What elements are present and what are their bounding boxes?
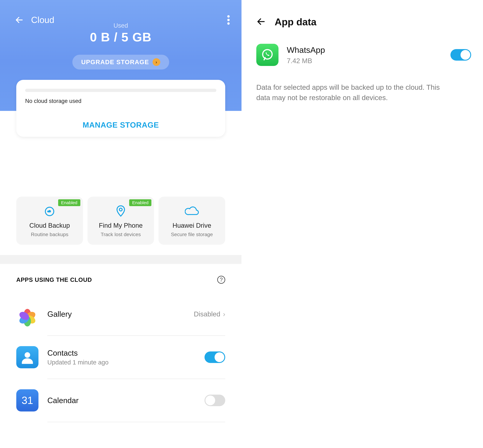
svg-point-5	[119, 208, 122, 211]
app-name: Gallery	[47, 310, 185, 319]
upgrade-label: UPGRADE STORAGE	[81, 59, 149, 66]
feature-tiles: Enabled Cloud Backup Routine backups Ena…	[0, 197, 242, 245]
chevron-right-icon: ›	[223, 310, 225, 318]
storage-card: No cloud storage used MANAGE STORAGE	[16, 80, 225, 137]
enabled-badge: Enabled	[58, 199, 80, 206]
cloud-header: Cloud Used 0 B / 5 GB UPGRADE STORAGE › …	[0, 0, 242, 111]
app-row-whatsapp[interactable]: WhatsApp 7.42 MB	[256, 44, 471, 66]
svg-point-8	[263, 49, 272, 59]
toggle-calendar[interactable]	[205, 395, 225, 406]
feature-sub: Track lost devices	[90, 232, 151, 237]
feature-title: Find My Phone	[90, 222, 151, 229]
app-name: Contacts	[47, 349, 196, 357]
app-row-calendar[interactable]: 31 Calendar	[16, 379, 225, 422]
svg-point-1	[227, 15, 230, 18]
page-title: Cloud	[31, 15, 54, 25]
storage-progress-bar	[25, 89, 216, 92]
contacts-icon	[16, 346, 39, 368]
app-list: Gallery Disabled › Contacts Updated 1 mi…	[16, 293, 225, 422]
enabled-badge: Enabled	[129, 199, 151, 206]
app-status-group: Disabled ›	[194, 310, 225, 318]
section-divider	[0, 255, 242, 264]
app-text: Gallery	[47, 310, 185, 319]
toggle-whatsapp[interactable]	[450, 49, 471, 61]
svg-point-6	[25, 352, 30, 358]
feature-title: Huawei Drive	[161, 222, 222, 229]
more-icon[interactable]	[227, 15, 230, 25]
cloud-drive-icon	[161, 206, 222, 217]
feature-cloud-backup[interactable]: Enabled Cloud Backup Routine backups	[16, 197, 83, 245]
app-text: Contacts Updated 1 minute ago	[47, 349, 196, 366]
whatsapp-icon	[256, 44, 278, 66]
upgrade-storage-button[interactable]: UPGRADE STORAGE ›	[72, 55, 169, 70]
app-name: WhatsApp	[287, 45, 442, 55]
backup-description: Data for selected apps will be backed up…	[256, 82, 449, 103]
app-data-topbar: App data	[256, 16, 471, 27]
app-sub: Updated 1 minute ago	[47, 359, 196, 366]
page-title: App data	[275, 16, 316, 27]
back-icon[interactable]	[256, 17, 266, 27]
app-name: Calendar	[47, 396, 196, 405]
apps-title: APPS USING THE CLOUD	[16, 277, 92, 283]
cloud-backup-icon	[19, 206, 80, 217]
app-text: Calendar	[47, 396, 196, 405]
apps-header: APPS USING THE CLOUD ?	[16, 276, 225, 284]
feature-sub: Secure file storage	[161, 232, 222, 237]
calendar-day: 31	[22, 394, 33, 406]
svg-point-3	[227, 22, 230, 25]
chevron-right-icon: ›	[153, 58, 160, 66]
toggle-contacts[interactable]	[205, 352, 225, 363]
feature-sub: Routine backups	[19, 232, 80, 237]
feature-find-my-phone[interactable]: Enabled Find My Phone Track lost devices	[88, 197, 154, 245]
app-size: 7.42 MB	[287, 57, 442, 65]
manage-storage-button[interactable]: MANAGE STORAGE	[25, 120, 216, 129]
topbar-left: Cloud	[15, 15, 54, 25]
back-icon[interactable]	[15, 16, 24, 24]
svg-point-2	[227, 19, 230, 21]
gallery-icon	[16, 303, 39, 325]
app-text: WhatsApp 7.42 MB	[287, 45, 442, 65]
location-icon	[90, 206, 151, 217]
app-row-gallery[interactable]: Gallery Disabled ›	[16, 293, 225, 336]
cloud-settings-pane: Cloud Used 0 B / 5 GB UPGRADE STORAGE › …	[0, 0, 242, 448]
usage-value: 0 B / 5 GB	[0, 30, 242, 44]
apps-section: APPS USING THE CLOUD ? Gallery	[0, 264, 242, 422]
storage-message: No cloud storage used	[25, 98, 216, 104]
help-icon[interactable]: ?	[217, 276, 225, 284]
usage-block: Used 0 B / 5 GB	[0, 22, 242, 44]
calendar-icon: 31	[16, 389, 39, 411]
status-label: Disabled	[194, 310, 220, 318]
app-data-pane: App data WhatsApp 7.42 MB Data for selec…	[242, 0, 483, 448]
feature-title: Cloud Backup	[19, 222, 80, 229]
feature-huawei-drive[interactable]: Huawei Drive Secure file storage	[158, 197, 225, 245]
app-row-contacts[interactable]: Contacts Updated 1 minute ago	[16, 336, 225, 379]
